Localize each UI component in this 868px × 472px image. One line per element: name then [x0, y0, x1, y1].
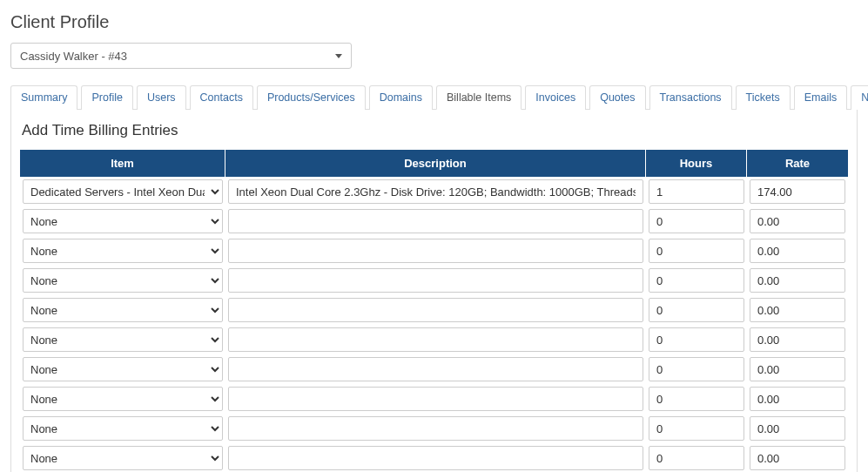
rate-input[interactable]: [750, 357, 845, 381]
table-row: None: [20, 236, 848, 266]
rate-input[interactable]: [750, 209, 845, 233]
item-select[interactable]: None: [23, 357, 223, 381]
table-row: None: [20, 206, 848, 236]
tab-quotes[interactable]: Quotes: [589, 85, 645, 110]
item-select[interactable]: None: [23, 209, 223, 233]
table-row: None: [20, 325, 848, 354]
client-selector-value: Cassidy Walker - #43: [20, 50, 127, 63]
table-row: None: [20, 414, 848, 443]
tab-notes-0[interactable]: Notes (0): [851, 85, 868, 110]
billing-entries-table: Item Description Hours Rate Dedicated Se…: [20, 150, 848, 472]
item-select[interactable]: None: [23, 268, 223, 293]
rate-input[interactable]: [750, 446, 845, 470]
description-input[interactable]: [228, 387, 643, 411]
tab-billable-items[interactable]: Billable Items: [436, 85, 521, 110]
table-row: None: [20, 384, 848, 414]
billable-items-panel: Add Time Billing Entries Item Descriptio…: [10, 110, 858, 472]
table-header-description: Description: [225, 150, 646, 177]
description-input[interactable]: [228, 209, 643, 233]
tab-summary[interactable]: Summary: [10, 85, 77, 110]
tab-emails[interactable]: Emails: [794, 85, 848, 110]
description-input[interactable]: [228, 446, 643, 470]
tab-profile[interactable]: Profile: [81, 85, 132, 110]
description-input[interactable]: [228, 327, 643, 352]
hours-input[interactable]: [649, 387, 744, 411]
rate-input[interactable]: [750, 179, 845, 204]
table-header-hours: Hours: [646, 150, 747, 177]
description-input[interactable]: [228, 416, 643, 441]
table-row: None: [20, 266, 848, 295]
description-input[interactable]: [228, 268, 643, 293]
table-row: Dedicated Servers - Intel Xeon Dual Core: [20, 177, 848, 206]
hours-input[interactable]: [649, 179, 744, 204]
rate-input[interactable]: [750, 416, 845, 441]
rate-input[interactable]: [750, 268, 845, 293]
table-row: None: [20, 354, 848, 384]
table-row: None: [20, 443, 848, 472]
description-input[interactable]: [228, 179, 643, 204]
tab-tickets[interactable]: Tickets: [736, 85, 791, 110]
tab-contacts[interactable]: Contacts: [190, 85, 253, 110]
item-select[interactable]: None: [23, 239, 223, 263]
rate-input[interactable]: [750, 327, 845, 352]
hours-input[interactable]: [649, 327, 744, 352]
item-select[interactable]: None: [23, 387, 223, 411]
rate-input[interactable]: [750, 387, 845, 411]
page-title: Client Profile: [10, 12, 858, 32]
item-select[interactable]: None: [23, 327, 223, 352]
item-select[interactable]: Dedicated Servers - Intel Xeon Dual Core: [23, 179, 223, 204]
hours-input[interactable]: [649, 357, 744, 381]
table-header-rate: Rate: [747, 150, 848, 177]
description-input[interactable]: [228, 298, 643, 322]
tab-invoices[interactable]: Invoices: [525, 85, 586, 110]
item-select[interactable]: None: [23, 416, 223, 441]
hours-input[interactable]: [649, 298, 744, 322]
item-select[interactable]: None: [23, 298, 223, 322]
description-input[interactable]: [228, 239, 643, 263]
tab-products-services[interactable]: Products/Services: [257, 85, 366, 110]
item-select[interactable]: None: [23, 446, 223, 470]
caret-down-icon: [335, 54, 342, 58]
rate-input[interactable]: [750, 239, 845, 263]
panel-heading: Add Time Billing Entries: [22, 122, 848, 139]
description-input[interactable]: [228, 357, 643, 381]
tab-users[interactable]: Users: [137, 85, 186, 110]
table-row: None: [20, 295, 848, 325]
hours-input[interactable]: [649, 416, 744, 441]
tab-domains[interactable]: Domains: [369, 85, 433, 110]
hours-input[interactable]: [649, 268, 744, 293]
tab-bar: SummaryProfileUsersContactsProducts/Serv…: [10, 84, 858, 110]
rate-input[interactable]: [750, 298, 845, 322]
hours-input[interactable]: [649, 239, 744, 263]
hours-input[interactable]: [649, 446, 744, 470]
client-selector[interactable]: Cassidy Walker - #43: [10, 43, 352, 69]
table-header-item: Item: [20, 150, 225, 177]
tab-transactions[interactable]: Transactions: [649, 85, 732, 110]
hours-input[interactable]: [649, 209, 744, 233]
